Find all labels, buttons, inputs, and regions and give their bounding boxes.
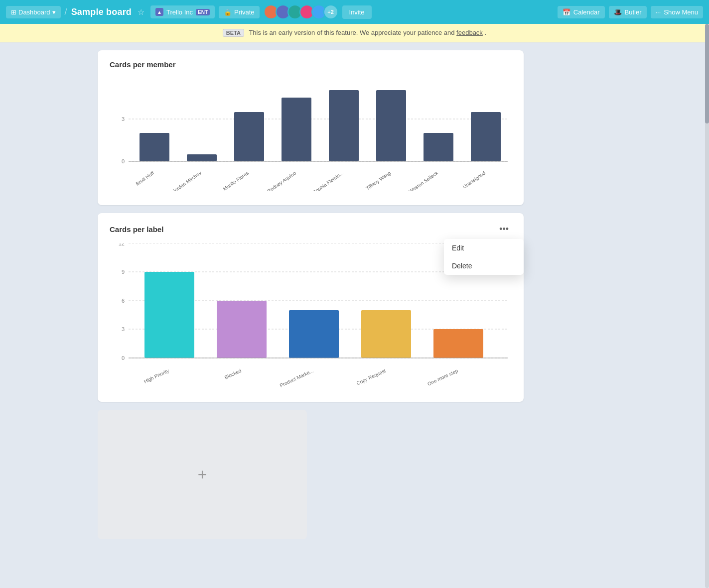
svg-text:12: 12 xyxy=(119,243,125,246)
header-separator: / xyxy=(65,7,67,17)
private-label: Private xyxy=(234,8,254,16)
header-left: ⊞ Dashboard ▾ / Sample board ☆ ▲ Trello … xyxy=(6,4,554,19)
chart2-header: Cards per label ••• xyxy=(110,223,512,235)
svg-rect-18 xyxy=(471,112,501,161)
butler-icon: 🎩 xyxy=(614,8,622,16)
svg-text:Copy Request: Copy Request xyxy=(356,368,387,386)
svg-text:Unassigned: Unassigned xyxy=(462,170,487,190)
header: ⊞ Dashboard ▾ / Sample board ☆ ▲ Trello … xyxy=(0,0,709,24)
svg-text:Rodney Aquino: Rodney Aquino xyxy=(266,170,297,191)
add-widget-icon: + xyxy=(198,466,207,484)
svg-text:One more step: One more step xyxy=(426,368,459,387)
svg-rect-12 xyxy=(329,90,359,161)
edit-menu-item[interactable]: Edit xyxy=(444,239,524,257)
svg-text:Tiffany Wang: Tiffany Wang xyxy=(365,170,392,191)
board-title: Sample board xyxy=(71,7,132,17)
svg-text:0: 0 xyxy=(122,355,125,361)
svg-text:Product Marke...: Product Marke... xyxy=(279,368,314,388)
invite-button[interactable]: Invite xyxy=(342,5,372,19)
svg-rect-14 xyxy=(376,90,406,161)
dashboard-icon: ⊞ xyxy=(11,8,16,16)
org-name: Trello Inc xyxy=(166,8,193,16)
chart1-header: Cards per member xyxy=(110,60,512,69)
dashboard-label: Dashboard xyxy=(18,8,50,16)
chart2-dropdown-menu: Edit Delete xyxy=(444,239,524,275)
svg-text:Brett Huff: Brett Huff xyxy=(135,170,155,187)
invite-label: Invite xyxy=(349,8,365,16)
chart2-title: Cards per label xyxy=(110,225,163,234)
more-icon: ··· xyxy=(656,8,661,16)
svg-rect-31 xyxy=(144,272,194,358)
org-button[interactable]: ▲ Trello Inc ENT xyxy=(150,5,215,18)
svg-rect-37 xyxy=(361,310,411,358)
header-right: 📅 Calendar 🎩 Butler ··· Show Menu xyxy=(558,6,703,18)
scrollbar-thumb[interactable] xyxy=(705,24,709,123)
dashboard-button[interactable]: ⊞ Dashboard ▾ xyxy=(6,6,61,18)
cards-per-label-card: Cards per label ••• 0 3 6 9 12 High Prio… xyxy=(98,213,524,402)
org-icon: ▲ xyxy=(155,8,163,16)
svg-rect-33 xyxy=(217,301,267,358)
ent-badge: ENT xyxy=(196,9,210,15)
beta-banner: BETA This is an early version of this fe… xyxy=(0,24,709,42)
chart2-menu-button[interactable]: ••• xyxy=(496,223,512,235)
beta-message: This is an early version of this feature… xyxy=(249,29,456,36)
avatars-group: +2 xyxy=(264,4,338,19)
chevron-down-icon: ▾ xyxy=(52,8,56,16)
scrollbar-track[interactable] xyxy=(705,24,709,588)
svg-rect-8 xyxy=(234,112,264,161)
avatar-count[interactable]: +2 xyxy=(323,4,338,19)
svg-text:6: 6 xyxy=(122,298,125,304)
svg-text:High Priority: High Priority xyxy=(143,368,170,384)
chart1-svg: 0 3 Brett Huff Jordan Mirchev Murillo Fl… xyxy=(110,77,513,191)
svg-rect-35 xyxy=(289,310,339,358)
svg-text:0: 0 xyxy=(122,158,125,164)
svg-text:Blocked: Blocked xyxy=(224,368,242,380)
feedback-link[interactable]: feedback xyxy=(456,29,483,36)
svg-rect-4 xyxy=(140,133,169,161)
delete-menu-item[interactable]: Delete xyxy=(444,257,524,275)
svg-text:3: 3 xyxy=(122,116,125,122)
cards-per-member-card: Cards per member 0 3 Brett Huff Jordan M… xyxy=(98,50,524,205)
svg-rect-39 xyxy=(433,329,483,358)
calendar-button[interactable]: 📅 Calendar xyxy=(558,6,605,18)
chart1-title: Cards per member xyxy=(110,60,176,69)
main-content: Cards per member 0 3 Brett Huff Jordan M… xyxy=(0,42,709,588)
butler-label: Butler xyxy=(625,8,642,16)
show-menu-button[interactable]: ··· Show Menu xyxy=(651,6,704,18)
star-button[interactable]: ☆ xyxy=(136,5,146,19)
beta-tag: BETA xyxy=(223,29,244,37)
svg-rect-16 xyxy=(424,133,453,161)
calendar-icon: 📅 xyxy=(563,8,570,16)
svg-rect-6 xyxy=(187,154,217,161)
svg-text:Weston Selleck: Weston Selleck xyxy=(408,170,439,191)
calendar-label: Calendar xyxy=(573,8,600,16)
svg-rect-10 xyxy=(282,98,311,161)
svg-text:Murillo Flores: Murillo Flores xyxy=(222,170,250,191)
butler-button[interactable]: 🎩 Butler xyxy=(609,6,647,18)
svg-text:9: 9 xyxy=(122,269,125,275)
svg-text:3: 3 xyxy=(122,326,125,332)
private-button[interactable]: 🔒 Private xyxy=(219,6,259,18)
add-widget-button[interactable]: + xyxy=(98,410,307,539)
lock-icon: 🔒 xyxy=(224,8,232,16)
show-menu-label: Show Menu xyxy=(664,8,698,16)
svg-text:Jordan Mirchev: Jordan Mirchev xyxy=(171,170,202,191)
beta-period: . xyxy=(485,29,487,36)
svg-text:Sophia Flemin...: Sophia Flemin... xyxy=(312,170,345,191)
